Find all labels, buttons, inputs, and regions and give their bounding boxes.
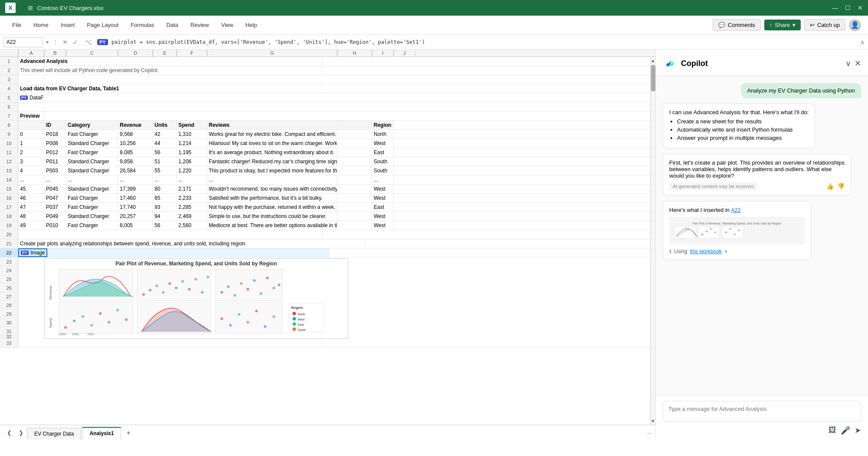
cell-a6[interactable] [18, 102, 44, 111]
table-row: 1 Advanced Analysis [0, 57, 650, 66]
sheet-tab-ev-charger-data[interactable]: EV Charger Data [27, 428, 81, 439]
menu-pagelayout[interactable]: Page Layout [82, 19, 124, 31]
scroll-thumb[interactable] [651, 65, 655, 91]
thumbs-up-button[interactable]: 👍 [826, 183, 834, 190]
svg-point-43 [247, 321, 249, 324]
menu-review[interactable]: Review [185, 19, 214, 31]
copilot-close-button[interactable]: ✕ [855, 59, 861, 68]
copilot-messages: Analyze my EV Charger Data using Python … [656, 76, 868, 395]
col-header-e[interactable]: E [153, 50, 177, 56]
scroll-up-arrow[interactable]: ▲ [651, 57, 655, 64]
row-number: 6 [0, 102, 18, 111]
user-avatar[interactable]: 👤 [849, 19, 861, 31]
confirm-formula-icon[interactable]: ✓ [73, 39, 78, 46]
svg-point-53 [293, 322, 296, 326]
close-button[interactable]: ✕ [858, 4, 863, 11]
menu-help[interactable]: Help [240, 19, 262, 31]
cell-ref-expand[interactable]: ▾ [46, 39, 49, 45]
copilot-input-field[interactable] [663, 401, 861, 422]
insert-function-icon[interactable]: ⌥ [85, 39, 92, 46]
cell-d8[interactable]: Revenue [118, 121, 153, 129]
col-header-d[interactable]: D [118, 50, 153, 56]
svg-point-36 [116, 309, 119, 311]
cell-a3[interactable] [18, 75, 44, 84]
col-header-c[interactable]: C [66, 50, 118, 56]
menu-data[interactable]: Data [161, 19, 183, 31]
grid-scrollbar[interactable]: ▲ ▼ [650, 57, 655, 425]
workbook-link[interactable]: this workbook [690, 248, 722, 254]
cell-a2[interactable]: This sheet will include all Python code … [18, 66, 322, 75]
catchup-button[interactable]: ↩ Catch up [804, 19, 845, 31]
spreadsheet: A B C D E F G H I J 1 Advanced Analysis … [0, 50, 655, 440]
menu-insert[interactable]: Insert [56, 19, 80, 31]
bot-message-1-bullet-3: Answer your prompt in multiple messages [677, 135, 809, 141]
svg-point-44 [255, 310, 258, 312]
menu-file[interactable]: File [7, 19, 26, 31]
cell-a5[interactable]: PYDataFrame [18, 93, 44, 102]
image-attach-button[interactable]: 🖼 [829, 426, 836, 435]
table-row: 6 [0, 102, 650, 112]
col-header-i[interactable]: I [372, 50, 394, 56]
svg-point-69 [725, 231, 727, 233]
scroll-down-arrow[interactable]: ▼ [651, 417, 655, 425]
menu-formulas[interactable]: Formulas [125, 19, 159, 31]
copilot-header: Copilot ∨ ✕ [656, 50, 868, 76]
cell-a8[interactable] [18, 121, 44, 129]
svg-text:Revenue: Revenue [49, 285, 53, 300]
row-number: 10 [0, 139, 18, 148]
cell-b8[interactable]: ID [44, 121, 66, 129]
table-row: 4 Load data from EV Charger Data, Table1 [0, 84, 650, 93]
menu-view[interactable]: View [216, 19, 238, 31]
formula-input[interactable]: pairplot = sns.pairplot(EVData_df, vars=… [112, 39, 857, 45]
svg-point-4 [149, 289, 151, 291]
excel-logo: X [5, 3, 16, 13]
cell-a22-link[interactable]: A22 [731, 207, 741, 213]
svg-point-15 [220, 291, 223, 294]
cell-a7[interactable]: Preview [18, 112, 44, 120]
cell-reference-box[interactable]: A22 [3, 37, 43, 47]
cell-a4[interactable]: Load data from EV Charger Data, Table1 [18, 84, 322, 93]
sheet-options-button[interactable]: ··· [647, 430, 652, 436]
svg-point-16 [227, 285, 230, 288]
thumbs-down-button[interactable]: 👎 [837, 183, 845, 190]
tabs-prev-button[interactable]: ❮ [3, 428, 15, 438]
cell-a1[interactable]: Advanced Analysis [18, 57, 322, 66]
copilot-collapse-button[interactable]: ∨ [845, 59, 851, 68]
comments-button[interactable]: 💬 Comments [713, 19, 761, 31]
row-number: 4 [0, 84, 18, 93]
cell-g8[interactable]: Reviews [207, 121, 337, 129]
table-row: 20 [0, 230, 650, 239]
formula-options-icon[interactable]: ⋮ [53, 39, 58, 45]
cell-f8[interactable]: Spend [177, 121, 207, 129]
cell-c8[interactable]: Category [66, 121, 118, 129]
col-header-a[interactable]: A [18, 50, 44, 56]
menu-home[interactable]: Home [28, 19, 54, 31]
cell-h8[interactable] [337, 121, 372, 129]
tabs-next-button[interactable]: ❯ [15, 428, 27, 438]
sheet-tab-analysis1[interactable]: Analysis1 [82, 427, 121, 440]
col-header-f[interactable]: F [177, 50, 207, 56]
table-row: 7 Preview [0, 112, 650, 121]
cell-e8[interactable]: Units [153, 121, 177, 129]
voice-input-button[interactable]: 🎤 [841, 426, 850, 435]
send-message-button[interactable]: ➤ [855, 426, 861, 435]
cell-i8[interactable]: Region [372, 121, 394, 129]
minimize-button[interactable]: — [832, 4, 838, 11]
table-row: 2 This sheet will include all Python cod… [0, 66, 650, 75]
chart-row: 23 24 25 26 27 28 29 30 31 32 [0, 258, 650, 339]
col-header-g[interactable]: G [207, 50, 337, 56]
chart-svg: Revenue [45, 268, 348, 336]
bot-message-1-bullet-1: Create a new sheet for the results [677, 118, 809, 125]
svg-point-30 [64, 326, 67, 329]
share-button[interactable]: ↑ Share ▾ [764, 20, 801, 30]
formula-expand-icon[interactable]: ∧ [860, 39, 865, 46]
share-icon: ↑ [769, 22, 773, 28]
copilot-logo-icon [663, 56, 677, 70]
col-header-j[interactable]: J [394, 50, 415, 56]
col-header-b[interactable]: B [44, 50, 66, 56]
add-sheet-button[interactable]: + [122, 426, 135, 439]
col-header-h[interactable]: H [337, 50, 372, 56]
maximize-button[interactable]: ☐ [845, 4, 851, 11]
cancel-formula-icon[interactable]: ✕ [62, 39, 68, 46]
svg-point-71 [734, 234, 736, 235]
